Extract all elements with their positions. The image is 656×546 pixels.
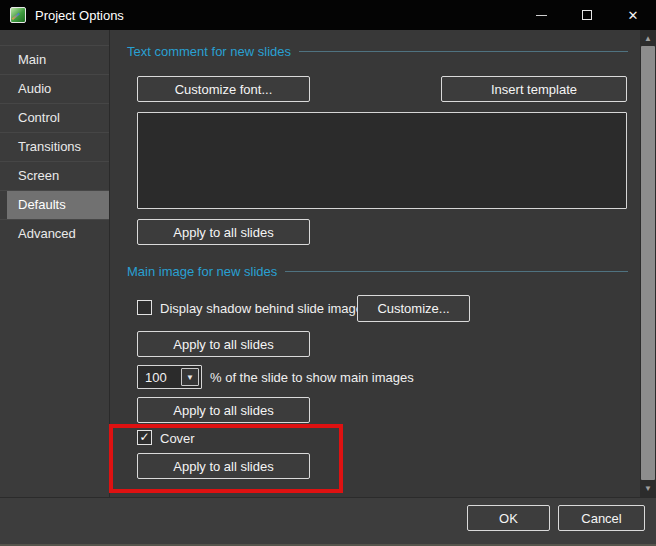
scroll-down-button[interactable]: ▼ bbox=[640, 480, 656, 496]
window-title: Project Options bbox=[35, 8, 124, 23]
minimize-icon bbox=[536, 15, 547, 16]
text-comment-input[interactable] bbox=[137, 112, 627, 209]
maximize-icon bbox=[582, 10, 592, 20]
scroll-up-icon: ▲ bbox=[644, 34, 652, 43]
section-divider-line bbox=[285, 271, 628, 272]
percent-dropdown-button[interactable]: ▼ bbox=[181, 368, 199, 386]
scroll-down-icon: ▼ bbox=[644, 484, 652, 493]
app-icon bbox=[10, 7, 26, 23]
minimize-button[interactable] bbox=[518, 0, 564, 30]
section-main-image-header: Main image for new slides bbox=[127, 264, 628, 279]
sidebar-spacer bbox=[0, 30, 109, 45]
titlebar: Project Options ✕ bbox=[0, 0, 656, 30]
close-button[interactable]: ✕ bbox=[610, 0, 656, 30]
sidebar-item-main[interactable]: Main bbox=[0, 45, 109, 74]
percent-dropdown[interactable]: 100 ▼ bbox=[137, 365, 202, 389]
apply-to-all-slides-button-shadow[interactable]: Apply to all slides bbox=[137, 331, 310, 357]
apply-to-all-slides-button-comment[interactable]: Apply to all slides bbox=[137, 219, 310, 245]
insert-template-button[interactable]: Insert template bbox=[441, 76, 627, 102]
apply-to-all-slides-button-cover[interactable]: Apply to all slides bbox=[137, 453, 310, 479]
customize-shadow-button[interactable]: Customize... bbox=[357, 295, 470, 322]
window-controls: ✕ bbox=[518, 0, 656, 30]
percent-label: % of the slide to show main images bbox=[210, 370, 414, 385]
close-icon: ✕ bbox=[628, 9, 639, 22]
sidebar-item-transitions[interactable]: Transitions bbox=[0, 132, 109, 161]
ok-button[interactable]: OK bbox=[467, 505, 550, 531]
cover-checkbox[interactable]: ✓ bbox=[137, 430, 152, 445]
display-shadow-label: Display shadow behind slide image bbox=[160, 301, 363, 316]
cancel-button[interactable]: Cancel bbox=[558, 505, 645, 531]
maximize-button[interactable] bbox=[564, 0, 610, 30]
chevron-down-icon: ▼ bbox=[186, 373, 194, 382]
display-shadow-checkbox[interactable] bbox=[137, 300, 152, 315]
scrollbar-thumb[interactable] bbox=[641, 46, 655, 480]
check-icon: ✓ bbox=[139, 431, 149, 443]
sidebar-item-advanced[interactable]: Advanced bbox=[0, 219, 109, 248]
vertical-scrollbar[interactable]: ▲ ▼ bbox=[640, 30, 656, 497]
sidebar-item-control[interactable]: Control bbox=[0, 103, 109, 132]
scroll-up-button[interactable]: ▲ bbox=[640, 30, 656, 46]
project-options-dialog: Project Options ✕ Main Audio Control Tra… bbox=[0, 0, 656, 546]
cover-label: Cover bbox=[160, 431, 195, 446]
apply-to-all-slides-button-percent[interactable]: Apply to all slides bbox=[137, 397, 310, 423]
section-title: Main image for new slides bbox=[127, 264, 277, 279]
sidebar-item-defaults[interactable]: Defaults bbox=[0, 190, 109, 219]
sidebar-item-screen[interactable]: Screen bbox=[0, 161, 109, 190]
percent-dropdown-value: 100 bbox=[145, 370, 167, 385]
section-title: Text comment for new slides bbox=[127, 44, 291, 59]
section-divider-line bbox=[299, 51, 628, 52]
sidebar: Main Audio Control Transitions Screen De… bbox=[0, 30, 110, 497]
customize-font-button[interactable]: Customize font... bbox=[137, 76, 310, 102]
section-text-comment-header: Text comment for new slides bbox=[127, 44, 628, 59]
sidebar-item-audio[interactable]: Audio bbox=[0, 74, 109, 103]
